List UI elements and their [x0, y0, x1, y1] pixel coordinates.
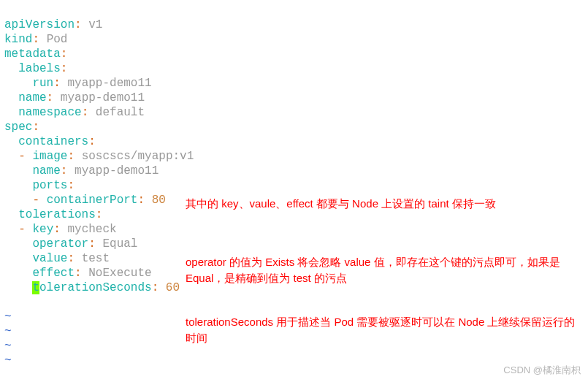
- val-apiVersion: v1: [88, 18, 102, 31]
- val-image: soscscs/myapp:v1: [82, 150, 194, 163]
- key-spec: spec: [4, 121, 32, 134]
- line-15: - key: mycheck: [4, 223, 117, 236]
- line-19: tolerationSeconds: 60: [4, 281, 180, 294]
- line-6: name: myapp-demo11: [4, 91, 145, 104]
- val-container-name: myapp-demo11: [75, 164, 159, 177]
- key-value: value: [32, 252, 67, 265]
- val-run: myapp-demo11: [67, 77, 151, 90]
- line-9: containers:: [4, 135, 96, 148]
- line-11: name: myapp-demo11: [4, 164, 159, 177]
- key-apiVersion: apiVersion: [4, 18, 75, 31]
- vim-tilde: ~: [4, 354, 12, 367]
- val-kind: Pod: [47, 33, 68, 46]
- key-kind: kind: [4, 33, 32, 46]
- val-namespace: default: [96, 106, 145, 119]
- key-tolerations: tolerations: [18, 208, 96, 221]
- annotation-3: tolerationSeconds 用于描述当 Pod 需要被驱逐时可以在 No…: [186, 314, 580, 346]
- line-14: tolerations:: [4, 208, 102, 221]
- val-toleration-key: mycheck: [67, 223, 116, 236]
- key-metadata: metadata: [4, 47, 61, 61]
- key-tolerationSeconds: olerationSeconds: [39, 281, 152, 294]
- key-containerPort: containerPort: [47, 194, 138, 207]
- val-value: test: [82, 252, 110, 265]
- key-image: image: [32, 150, 67, 163]
- annotation-2: operator 的值为 Exists 将会忽略 value 值，即存在这个键的…: [186, 254, 581, 286]
- val-name: myapp-demo11: [61, 91, 145, 104]
- line-3: metadata:: [4, 47, 67, 61]
- key-container-name: name: [32, 164, 60, 177]
- line-16: operator: Equal: [4, 237, 137, 251]
- line-1: apiVersion: v1: [4, 18, 102, 31]
- val-operator: Equal: [102, 237, 137, 251]
- key-containers: containers: [18, 135, 88, 148]
- key-labels: labels: [18, 62, 61, 75]
- line-2: kind: Pod: [4, 33, 67, 46]
- line-10: - image: soscscs/myapp:v1: [4, 150, 194, 163]
- vim-tilde: ~: [4, 325, 12, 338]
- watermark: CSDN @橘淮南枳: [503, 363, 581, 378]
- key-ports: ports: [32, 179, 67, 192]
- line-12: ports:: [4, 179, 75, 192]
- line-8: spec:: [4, 121, 39, 134]
- line-17: value: test: [4, 252, 110, 265]
- key-namespace: namespace: [18, 106, 81, 119]
- vim-tilde: ~: [4, 310, 12, 324]
- val-tolerationSeconds: 60: [166, 281, 180, 294]
- line-13: - containerPort: 80: [4, 194, 166, 207]
- line-5: run: myapp-demo11: [4, 77, 152, 90]
- line-4: labels:: [4, 62, 67, 75]
- key-run: run: [32, 77, 53, 90]
- key-effect: effect: [32, 267, 75, 280]
- vim-tilde: ~: [4, 340, 12, 353]
- line-18: effect: NoExecute: [4, 267, 152, 280]
- vim-cursor: t: [32, 281, 39, 294]
- val-containerPort: 80: [152, 194, 166, 207]
- key-name: name: [18, 91, 46, 104]
- line-7: namespace: default: [4, 106, 145, 119]
- val-effect: NoExecute: [88, 267, 151, 280]
- annotation-1: 其中的 key、vaule、effect 都要与 Node 上设置的 taint…: [186, 196, 573, 212]
- key-toleration-key: key: [32, 223, 53, 236]
- key-operator: operator: [32, 237, 88, 251]
